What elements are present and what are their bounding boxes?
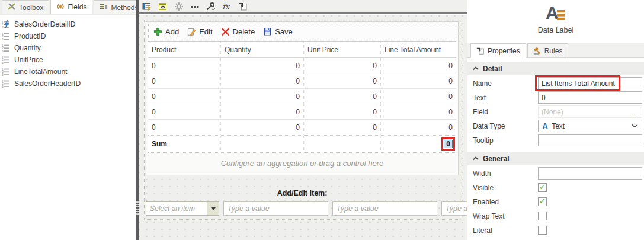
toolbox-icon xyxy=(8,2,16,12)
svg-text:3: 3 xyxy=(2,38,4,41)
cell-product: 0 xyxy=(148,73,220,88)
field-label: LineTotalAmount xyxy=(14,68,67,76)
enabled-checkbox[interactable]: ✓ xyxy=(538,197,547,206)
add-button[interactable]: Add xyxy=(153,27,179,36)
form-designer: Toolbox Fields Methods 123 SalesOrderDet… xyxy=(0,0,644,240)
aggregation-drop-zone[interactable]: Configure an aggregation or drag a contr… xyxy=(148,153,456,173)
prop-row-wraptext: Wrap Text xyxy=(467,209,644,223)
dependencies-icon[interactable] xyxy=(206,1,216,11)
svg-text:3: 3 xyxy=(2,26,4,29)
tab-rules-label: Rules xyxy=(544,47,563,55)
field-item-linetotalamount[interactable]: 123 LineTotalAmount xyxy=(2,66,136,78)
literal-checkbox[interactable] xyxy=(538,226,547,235)
visible-checkbox[interactable]: ✓ xyxy=(538,183,547,192)
tab-properties[interactable]: Properties xyxy=(470,43,526,58)
design-canvas: fx Add Edit Delete xyxy=(139,0,467,240)
section-header-general[interactable]: General xyxy=(467,152,644,165)
field-item-salesorderdetailid[interactable]: 123 SalesOrderDetailID xyxy=(2,18,136,30)
field-input xyxy=(538,105,642,118)
literal-label: Literal xyxy=(473,226,492,235)
field-label: Field xyxy=(473,108,488,116)
list-view-control[interactable]: Add Edit Delete Save xyxy=(146,21,459,175)
data-label-icon: A xyxy=(544,2,567,23)
field-item-salesorderheaderid[interactable]: 123 SalesOrderHeaderID xyxy=(2,78,136,89)
item-select-placeholder: Select an item xyxy=(146,202,207,215)
column-header[interactable]: Line Total Amount xyxy=(380,42,456,57)
paste-icon[interactable] xyxy=(238,1,248,11)
prop-row-tooltip: Tooltip xyxy=(467,133,644,148)
cell-line-total: 0 xyxy=(380,104,456,119)
name-input[interactable] xyxy=(538,77,642,89)
field-label: UnitPrice xyxy=(14,56,43,64)
chevron-up-icon xyxy=(473,66,479,71)
numeric-field-icon: 123 xyxy=(2,56,11,65)
cell-line-total: 0 xyxy=(380,89,456,104)
datatype-dropdown[interactable]: A Text xyxy=(538,120,642,132)
visible-label: Visible xyxy=(473,184,494,192)
section-header-detail[interactable]: Detail xyxy=(467,62,644,75)
tab-toolbox[interactable]: Toolbox xyxy=(2,0,49,14)
table-row[interactable]: 0 0 0 0 xyxy=(148,58,456,73)
width-input[interactable] xyxy=(538,167,642,180)
tab-rules[interactable]: Rules xyxy=(527,43,569,57)
table-row[interactable]: 0 0 0 0 xyxy=(148,104,456,120)
tab-fields[interactable]: Fields xyxy=(50,0,92,14)
design-surface[interactable]: Add Edit Delete Save xyxy=(139,15,467,240)
cell-unit-price: 0 xyxy=(303,73,380,88)
table-row[interactable]: 0 0 0 0 xyxy=(148,73,456,89)
tab-fields-label: Fields xyxy=(68,3,86,11)
tooltip-input[interactable] xyxy=(538,134,642,146)
column-header[interactable]: Unit Price xyxy=(303,42,380,57)
grid-header-row: Product Quantity Unit Price Line Total A… xyxy=(148,42,456,58)
add-icon xyxy=(153,27,162,36)
tab-methods-label: Methods xyxy=(111,4,138,12)
canvas-toolbar: fx xyxy=(139,0,467,14)
wraptext-checkbox[interactable] xyxy=(538,212,547,220)
save-button[interactable]: Save xyxy=(263,27,293,36)
edit-button[interactable]: Edit xyxy=(187,27,212,36)
cell-quantity: 0 xyxy=(220,104,303,119)
prop-row-visible: Visible ✓ xyxy=(467,181,644,195)
sum-label: Sum xyxy=(148,136,220,152)
field-ellipsis-button[interactable]: ... xyxy=(632,109,638,116)
unit-price-value-input[interactable] xyxy=(332,201,437,216)
sum-cell-unit-price xyxy=(303,136,380,152)
check-icon: ✓ xyxy=(539,183,546,191)
delete-button-label: Delete xyxy=(233,27,255,36)
svg-text:3: 3 xyxy=(2,73,4,76)
add-edit-item-row: Select an item xyxy=(146,201,459,216)
item-select-dropdown[interactable]: Select an item xyxy=(146,201,219,216)
field-item-unitprice[interactable]: 123 UnitPrice xyxy=(2,54,136,66)
methods-icon xyxy=(100,2,108,12)
column-header[interactable]: Quantity xyxy=(220,42,303,57)
cell-unit-price: 0 xyxy=(303,89,380,104)
edit-view-icon[interactable] xyxy=(142,1,152,11)
cell-line-total: 0 xyxy=(380,120,456,135)
dropdown-arrow-button[interactable] xyxy=(207,202,219,215)
text-input[interactable] xyxy=(538,91,642,104)
field-label: SalesOrderDetailID xyxy=(14,20,75,28)
list-grid: Product Quantity Unit Price Line Total A… xyxy=(148,41,456,173)
fields-icon xyxy=(56,2,65,12)
field-list: 123 SalesOrderDetailID 123 ProductID 123… xyxy=(0,15,136,89)
chevron-down-icon xyxy=(632,124,638,128)
settings-icon[interactable] xyxy=(174,1,184,11)
column-header[interactable]: Product xyxy=(148,42,220,57)
cell-product: 0 xyxy=(148,89,220,104)
cell-quantity: 0 xyxy=(220,120,303,135)
table-row[interactable]: 0 0 0 0 xyxy=(148,89,456,104)
expression-icon[interactable]: fx xyxy=(222,1,232,11)
datatype-label: Data Type xyxy=(473,122,505,130)
delete-button[interactable]: Delete xyxy=(221,27,255,36)
more-icon[interactable] xyxy=(190,1,200,11)
quantity-value-input[interactable] xyxy=(223,201,328,216)
field-item-quantity[interactable]: 123 Quantity xyxy=(2,42,136,54)
table-row[interactable]: 0 0 0 0 xyxy=(148,120,456,135)
text-type-icon: A xyxy=(542,121,548,131)
field-item-productid[interactable]: 123 ProductID xyxy=(2,30,136,42)
width-label: Width xyxy=(473,169,491,178)
field-label: SalesOrderHeaderID xyxy=(14,79,81,88)
view-settings-icon[interactable] xyxy=(158,1,168,11)
sum-total-data-label[interactable]: 0 xyxy=(444,140,453,148)
cell-product: 0 xyxy=(148,120,220,135)
